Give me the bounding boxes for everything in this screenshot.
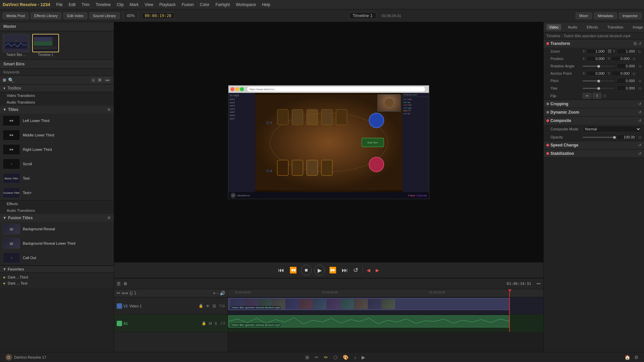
timeline-name-label[interactable]: Timeline 1	[349, 12, 376, 19]
left-lower-third-item[interactable]: ◼◼ Left Lower Third	[0, 114, 114, 128]
step-back-btn[interactable]: ⏪	[288, 265, 298, 275]
menu-workspace[interactable]: Workspace	[233, 2, 259, 8]
titles-close-btn[interactable]: ✕	[107, 107, 111, 112]
yaw-reset-btn[interactable]: ◇	[639, 86, 641, 90]
menu-trim[interactable]: Trim	[79, 2, 92, 8]
video-transitions-item[interactable]: Video Transitions	[0, 92, 114, 99]
stabilization-reset-btn[interactable]: ↺	[638, 152, 641, 156]
speed-change-reset-btn[interactable]: ↺	[638, 143, 641, 147]
cut-icon[interactable]: ✂	[315, 355, 319, 360]
razor-tool-btn[interactable]: ✂	[117, 291, 120, 296]
v1-link-btn[interactable]: ⛓	[212, 303, 217, 309]
composite-mode-select[interactable]: Normal	[583, 126, 641, 132]
fav-dark-third[interactable]: ★ Dark ...Third	[3, 274, 111, 280]
list-view-btn[interactable]: ≡	[91, 77, 96, 83]
stabilization-header[interactable]: Stabilization ↺	[544, 149, 644, 158]
media-pool-icon[interactable]: ⊞	[305, 355, 309, 360]
flip-v-btn[interactable]: ⇕	[593, 93, 601, 99]
composite-header[interactable]: Composite ↺	[544, 117, 644, 125]
effects-library-btn[interactable]: Effects Library	[31, 12, 61, 19]
bg-reveal-lt-item[interactable]: ▓▓ Background Reveal Lower Third	[0, 236, 114, 251]
opacity-thumb[interactable]	[613, 136, 616, 139]
rotation-reset-btn[interactable]: ◇	[639, 64, 641, 68]
textplus-item[interactable]: Custom Title Text+	[0, 186, 114, 200]
edit-tool-btn[interactable]: ⟺	[122, 291, 128, 296]
media-item-timeline[interactable]: Timeline 1	[32, 34, 59, 57]
anchor-y-input[interactable]	[611, 71, 631, 76]
pitch-reset-btn[interactable]: ◇	[639, 79, 641, 83]
menu-color[interactable]: Color	[197, 2, 212, 8]
tab-audio[interactable]: Audio	[565, 24, 580, 30]
right-lower-third-item[interactable]: ◼◼ Right Lower Third	[0, 142, 114, 157]
favorites-header[interactable]: ▼ Favorites	[0, 265, 114, 273]
speed-change-header[interactable]: Speed Change ↺	[544, 141, 644, 149]
scroll-item[interactable]: ≡ Scroll	[0, 157, 114, 171]
deliver-icon[interactable]: ▶	[362, 355, 365, 360]
zoom-y-input[interactable]	[616, 49, 637, 54]
home-icon[interactable]: 🏠	[625, 355, 630, 360]
a1-lock-btn[interactable]: 🔒	[201, 320, 207, 326]
go-start-btn[interactable]: ⏮	[277, 265, 285, 275]
flip-h-btn[interactable]: ⇔	[583, 93, 591, 99]
opacity-slider[interactable]	[583, 137, 614, 138]
opacity-reset-btn[interactable]: ◇	[639, 135, 641, 139]
pitch-thumb[interactable]	[597, 80, 600, 82]
loop-btn[interactable]: ↺	[352, 265, 360, 275]
inspector-btn[interactable]: Inspector	[619, 12, 641, 19]
media-pool-btn[interactable]: Media Pool	[3, 12, 29, 19]
audio-transitions-item[interactable]: Audio Transitions	[0, 99, 114, 106]
timeline-settings-btn[interactable]: ⚙	[123, 281, 127, 286]
effects-search-btn[interactable]: 🔍	[8, 77, 14, 83]
audio-level-btn[interactable]: 🔊	[220, 291, 225, 296]
v1-track-content[interactable]: Twitch Bits spenden tutorial deutsch.mp4	[228, 297, 543, 315]
zoom-reset-btn[interactable]: ◇	[638, 49, 641, 54]
transform-link-btn[interactable]: ⛓	[633, 42, 637, 46]
cropping-reset-btn[interactable]: ↺	[638, 102, 641, 106]
pos-y-input[interactable]	[611, 56, 631, 61]
menu-fairlight[interactable]: Fairlight	[213, 2, 232, 8]
fav-dark-text[interactable]: ★ Dark ... Text	[3, 280, 111, 286]
menu-timeline[interactable]: Timeline	[93, 2, 113, 8]
mark-out-btn[interactable]: ▶	[374, 266, 381, 274]
anchor-reset-btn[interactable]: ◇	[633, 71, 635, 76]
anchor-x-input[interactable]	[586, 71, 606, 76]
maximize-btn[interactable]	[240, 87, 244, 91]
grid-view-btn[interactable]: ⊞	[97, 77, 103, 83]
dynamic-zoom-reset-btn[interactable]: ↺	[638, 110, 641, 115]
composite-reset-btn[interactable]: ↺	[638, 119, 641, 123]
play-btn[interactable]: ▶	[314, 265, 325, 276]
pos-x-input[interactable]	[586, 56, 606, 61]
metadata-btn[interactable]: Metadata	[594, 12, 617, 19]
flip-reset-btn[interactable]: ◇	[603, 94, 606, 98]
tab-transition[interactable]: Transition	[605, 24, 626, 30]
yaw-slider[interactable]	[583, 88, 614, 89]
close-btn[interactable]	[230, 87, 234, 91]
stop-btn[interactable]: ■	[301, 265, 312, 276]
titles-header[interactable]: ▼ Titles ✕	[0, 106, 114, 114]
zoom-in-btn[interactable]: +	[213, 291, 216, 296]
menu-view[interactable]: View	[142, 2, 156, 8]
yaw-value[interactable]	[616, 85, 637, 91]
middle-lower-third-item[interactable]: ◼◼ Middle Lower Third	[0, 128, 114, 142]
video-clip[interactable]: Twitch Bits spenden tutorial deutsch.mp4	[228, 298, 510, 310]
timeline-layout-btn[interactable]: ☰	[117, 281, 121, 286]
menu-edit[interactable]: Edit	[66, 2, 78, 8]
zoom-link-btn[interactable]: ⛓	[608, 49, 612, 54]
tab-image[interactable]: Image	[630, 24, 644, 30]
text-item[interactable]: Basic Title Text	[0, 171, 114, 186]
timeline-options[interactable]: •••	[536, 282, 541, 286]
mixer-btn[interactable]: Mixer	[576, 12, 592, 19]
pos-reset-btn[interactable]: ◇	[633, 57, 635, 61]
settings-btn[interactable]: •••	[104, 77, 111, 83]
fusion-titles-close-btn[interactable]: ✕	[107, 215, 111, 221]
go-end-btn[interactable]: ⏭	[340, 265, 349, 275]
minimize-btn[interactable]	[235, 87, 239, 91]
menu-clip[interactable]: Clip	[114, 2, 126, 8]
toolbox-header[interactable]: ▼ Toolbox	[0, 84, 114, 92]
v1-eye-btn[interactable]: 👁	[205, 303, 210, 309]
pitch-slider[interactable]	[583, 80, 614, 81]
step-fwd-btn[interactable]: ⏩	[328, 265, 338, 275]
v1-lock-btn[interactable]: 🔒	[198, 303, 204, 309]
transform-reset-btn[interactable]: ↺	[638, 42, 641, 46]
opacity-value[interactable]	[616, 134, 637, 140]
